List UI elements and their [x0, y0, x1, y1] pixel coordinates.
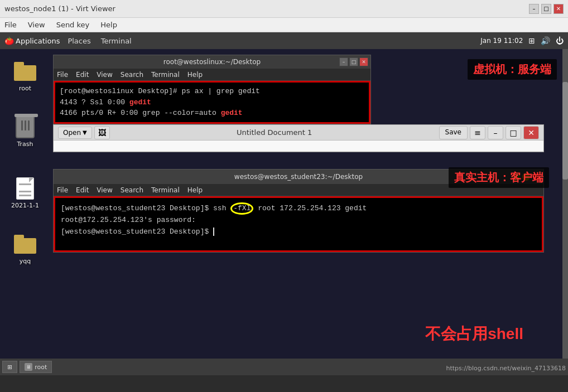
- server-line3: 4166 pts/0 R+ 0:00 grep --color=auto ged…: [60, 108, 364, 119]
- virt-viewer-menubar: File View Send key Help: [0, 18, 568, 32]
- menu-send-key[interactable]: Send key: [54, 20, 92, 30]
- server-term-max[interactable]: □: [349, 57, 358, 66]
- folder-icon-yqq: [14, 233, 36, 255]
- maximize-button[interactable]: □: [541, 4, 551, 14]
- root-icon-label: root: [19, 85, 31, 92]
- server-term-min[interactable]: –: [339, 57, 348, 66]
- server-term-close[interactable]: ✕: [359, 57, 368, 66]
- desktop: 🍅 Applications Places Terminal Jan 19 11…: [0, 32, 568, 375]
- server-menu-view[interactable]: View: [97, 71, 112, 79]
- file-icon: [14, 177, 36, 200]
- gedit-title: Untitled Document 1: [114, 128, 435, 137]
- server-line1: [root@westoslinux Desktop]# ps ax | grep…: [60, 86, 364, 97]
- client-line1: [westos@westos_student23 Desktop]$ ssh -…: [61, 202, 536, 215]
- client-menu-view[interactable]: View: [97, 186, 112, 194]
- server-terminal-title: root@westoslinux:~/Desktop: [163, 58, 261, 66]
- scrollbar-thumb[interactable]: [562, 82, 568, 180]
- gedit-menu-btn[interactable]: ≡: [470, 126, 485, 139]
- open-button[interactable]: Open ▼: [58, 127, 92, 139]
- status-url: https://blog.csdn.net/weixin_47133618: [446, 365, 566, 372]
- gnome-panel-left: 🍅 Applications Places Terminal: [4, 36, 134, 46]
- gedit-titlebar: Open ▼ 🖼 Untitled Document 1 Save ≡ – □ …: [54, 125, 543, 141]
- gedit-controls[interactable]: Save ≡ – □ ✕: [439, 126, 539, 139]
- server-menu-edit[interactable]: Edit: [76, 71, 89, 79]
- save-button[interactable]: Save: [439, 126, 468, 139]
- bottom-annotation: 不会占用shell: [425, 323, 523, 345]
- taskbar-root-btn[interactable]: 🖥 root: [20, 361, 52, 373]
- minimize-button[interactable]: –: [529, 4, 539, 14]
- desktop-icon-trash[interactable]: Trash: [6, 116, 45, 148]
- applications-menu[interactable]: 🍅 Applications: [4, 36, 60, 45]
- power-icon[interactable]: ⏻: [556, 36, 564, 45]
- server-menu-terminal[interactable]: Terminal: [151, 71, 180, 79]
- tomato-icon: 🍅: [4, 36, 14, 45]
- taskbar: ⊞ 🖥 root https://blog.csdn.net/weixin_47…: [0, 359, 568, 375]
- client-menu-terminal[interactable]: Terminal: [151, 186, 180, 194]
- status-bar-url-container: https://blog.csdn.net/weixin_47133618: [446, 362, 566, 372]
- client-menu-edit[interactable]: Edit: [76, 186, 89, 194]
- gedit-min-btn[interactable]: –: [488, 126, 503, 139]
- datetime: Jan 19 11:02: [480, 37, 523, 45]
- annotation-client: 真实主机：客户端: [449, 167, 549, 188]
- gedit-window: Open ▼ 🖼 Untitled Document 1 Save ≡ – □ …: [53, 124, 544, 152]
- client-terminal-window: westos@westos_student23:~/Desktop File E…: [53, 169, 544, 253]
- open-dropdown-icon[interactable]: ▼: [83, 129, 87, 135]
- trash-icon: [14, 116, 36, 138]
- client-line2: root@172.25.254.123's password:: [61, 215, 536, 226]
- close-button[interactable]: ✕: [553, 4, 564, 14]
- menu-file[interactable]: File: [2, 20, 19, 30]
- fxl-highlight: -fXl: [230, 202, 253, 215]
- taskbar-window-icon: 🖥: [25, 363, 32, 371]
- server-line3-red: gedit: [221, 109, 243, 117]
- client-menu-help[interactable]: Help: [187, 186, 203, 194]
- trash-icon-label: Trash: [17, 141, 33, 148]
- terminal-menu[interactable]: Terminal: [99, 36, 134, 46]
- gnome-panel-right: Jan 19 11:02 ⊞ 🔊 ⏻: [480, 36, 564, 45]
- applications-label[interactable]: Applications: [16, 37, 60, 45]
- desktop-icon-file[interactable]: 2021-1-1: [6, 177, 45, 209]
- menu-help[interactable]: Help: [98, 20, 119, 30]
- server-terminal-menubar: File Edit View Search Terminal Help: [54, 69, 370, 81]
- yqq-icon-label: yqq: [20, 258, 31, 265]
- client-menu-file[interactable]: File: [57, 186, 68, 194]
- gedit-image-btn[interactable]: 🖼: [94, 126, 110, 139]
- virt-viewer-title: westos_node1 (1) - Virt Viewer: [4, 4, 115, 13]
- gnome-panel: 🍅 Applications Places Terminal Jan 19 11…: [0, 32, 568, 49]
- places-menu[interactable]: Places: [65, 36, 93, 46]
- taskbar-screen-btn[interactable]: ⊞: [2, 361, 17, 373]
- server-terminal-window: root@westoslinux:~/Desktop – □ ✕ File Ed…: [53, 55, 371, 124]
- volume-icon[interactable]: 🔊: [541, 36, 550, 45]
- annotation-server: 虚拟机：服务端: [468, 59, 557, 80]
- server-terminal-controls[interactable]: – □ ✕: [339, 57, 368, 66]
- cursor: [213, 228, 219, 236]
- network-icon[interactable]: ⊞: [528, 36, 535, 45]
- desktop-icon-root[interactable]: root: [6, 60, 45, 92]
- taskbar-root-label: root: [35, 364, 47, 371]
- gedit-toolbar[interactable]: Open ▼ 🖼: [58, 126, 110, 139]
- folder-icon-root: [14, 60, 36, 83]
- server-menu-help[interactable]: Help: [187, 71, 203, 79]
- server-line2: 4143 ? Ssl 0:00 gedit: [60, 97, 364, 108]
- desktop-content: root Trash: [0, 49, 568, 375]
- window-controls[interactable]: – □ ✕: [529, 4, 564, 14]
- gedit-close-btn[interactable]: ✕: [523, 126, 539, 139]
- file-icon-label: 2021-1-1: [11, 202, 39, 209]
- server-terminal-titlebar: root@westoslinux:~/Desktop – □ ✕: [54, 55, 370, 69]
- desktop-scrollbar[interactable]: [562, 49, 568, 375]
- virt-viewer-titlebar: westos_node1 (1) - Virt Viewer – □ ✕: [0, 0, 568, 18]
- client-terminal-content[interactable]: [westos@westos_student23 Desktop]$ ssh -…: [54, 196, 543, 252]
- menu-view[interactable]: View: [26, 20, 47, 30]
- client-line3: [westos@westos_student23 Desktop]$: [61, 226, 536, 238]
- server-terminal-content[interactable]: [root@westoslinux Desktop]# ps ax | grep…: [54, 81, 370, 124]
- gedit-max-btn[interactable]: □: [506, 126, 521, 139]
- server-line2-red: gedit: [129, 98, 151, 107]
- desktop-icon-yqq[interactable]: yqq: [6, 233, 45, 265]
- client-menu-search[interactable]: Search: [121, 186, 143, 194]
- screen-icon: ⊞: [7, 364, 12, 371]
- server-menu-search[interactable]: Search: [121, 71, 143, 79]
- server-menu-file[interactable]: File: [57, 71, 68, 79]
